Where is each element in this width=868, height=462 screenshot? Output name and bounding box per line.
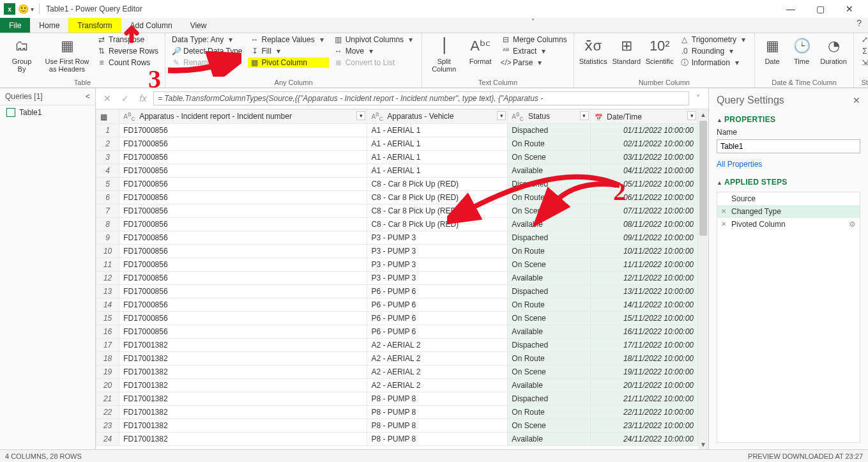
row-number[interactable]: 3 — [96, 151, 119, 164]
cell[interactable]: On Route — [508, 245, 590, 258]
cell[interactable]: On Route — [508, 191, 590, 204]
cell[interactable]: On Scene — [508, 151, 590, 164]
cell[interactable]: 10/11/2022 10:00:00 — [590, 245, 697, 258]
table-row[interactable]: 16FD17000856P6 - PUMP 6Available16/11/20… — [96, 325, 698, 339]
table-row[interactable]: 1FD17000856A1 - AERIAL 1Dispached01/11/2… — [96, 124, 698, 137]
table-row[interactable]: 4FD17000856A1 - AERIAL 1Available04/11/2… — [96, 164, 698, 178]
row-number[interactable]: 14 — [96, 298, 119, 312]
table-row[interactable]: 11FD17000856P3 - PUMP 3On Scene11/11/202… — [96, 258, 698, 272]
row-number[interactable]: 23 — [96, 419, 119, 433]
cell[interactable]: FD17000856 — [119, 124, 367, 137]
row-number[interactable]: 24 — [96, 433, 119, 446]
scroll-thumb[interactable] — [699, 121, 707, 236]
row-number[interactable]: 8 — [96, 218, 119, 231]
trigonometry-button[interactable]: △Trigonometry ▾ — [678, 35, 750, 45]
rounding-button[interactable]: .0Rounding ▾ — [678, 46, 750, 56]
row-number[interactable]: 22 — [96, 406, 119, 419]
cell[interactable]: FD17000856 — [119, 151, 367, 164]
cell[interactable]: 15/11/2022 10:00:00 — [590, 312, 697, 325]
cell[interactable]: Available — [508, 164, 590, 178]
cell[interactable]: P8 - PUMP 8 — [367, 392, 508, 406]
column-header[interactable]: 📅 Date/Time▾ — [590, 110, 697, 124]
cell[interactable]: 23/11/2022 10:00:00 — [590, 419, 697, 433]
table-row[interactable]: 23FD17001382P8 - PUMP 8On Scene23/11/202… — [96, 419, 698, 433]
parse-button[interactable]: </>Parse ▾ — [499, 58, 570, 68]
cell[interactable]: FD17000856 — [119, 137, 367, 151]
cell[interactable]: FD17001382 — [119, 352, 367, 366]
tab-view[interactable]: View — [181, 18, 216, 33]
cell[interactable]: FD17000856 — [119, 272, 367, 285]
unpivot-button[interactable]: ▥Unpivot Columns ▾ — [331, 35, 418, 45]
cell[interactable]: P8 - PUMP 8 — [367, 419, 508, 433]
cell[interactable]: P6 - PUMP 6 — [367, 312, 508, 325]
format-button[interactable]: AᵇᶜFormat — [464, 35, 496, 65]
row-number[interactable]: 16 — [96, 325, 119, 339]
cell[interactable]: FD17000856 — [119, 204, 367, 218]
cell[interactable]: 21/11/2022 10:00:00 — [590, 392, 697, 406]
row-number[interactable]: 6 — [96, 191, 119, 204]
table-row[interactable]: 3FD17000856A1 - AERIAL 1On Scene03/11/20… — [96, 151, 698, 164]
expand-formula-button[interactable]: ˅ — [692, 94, 704, 103]
cell[interactable]: On Route — [508, 298, 590, 312]
cell[interactable]: FD17001382 — [119, 379, 367, 392]
table-row[interactable]: 14FD17000856P6 - PUMP 6On Route14/11/202… — [96, 298, 698, 312]
cell[interactable]: 03/11/2022 10:00:00 — [590, 151, 697, 164]
reverse-rows-button[interactable]: ⇅Reverse Rows — [95, 46, 161, 56]
replace-values-button[interactable]: ↔Replace Values ▾ — [248, 35, 329, 45]
table-row[interactable]: 8FD17000856C8 - Car 8 Pick Up (RED)Avail… — [96, 218, 698, 231]
applied-steps-header[interactable]: APPLIED STEPS — [717, 178, 860, 187]
cell[interactable]: FD17001382 — [119, 366, 367, 379]
cell[interactable]: A1 - AERIAL 1 — [367, 164, 508, 178]
cell[interactable]: Available — [508, 325, 590, 339]
applied-step[interactable]: Changed Type✕ — [717, 205, 860, 218]
cell[interactable]: On Route — [508, 137, 590, 151]
cell[interactable]: 19/11/2022 10:00:00 — [590, 366, 697, 379]
table-row[interactable]: 21FD17001382P8 - PUMP 8Dispached21/11/20… — [96, 392, 698, 406]
ribbon-collapse[interactable]: ˅ — [525, 18, 541, 33]
table-row[interactable]: 15FD17000856P6 - PUMP 6On Scene15/11/202… — [96, 312, 698, 325]
move-button[interactable]: ↔Move ▾ — [331, 46, 418, 56]
use-first-row-button[interactable]: ▦ Use First Row as Headers — [42, 35, 92, 73]
close-settings-button[interactable]: ✕ — [853, 95, 860, 105]
row-number[interactable]: 13 — [96, 285, 119, 298]
statistics-button[interactable]: x̄σStatistics — [578, 35, 609, 65]
row-number[interactable]: 15 — [96, 312, 119, 325]
help-button[interactable]: ? — [850, 18, 868, 33]
row-number[interactable]: 2 — [96, 137, 119, 151]
table-row[interactable]: 17FD17001382A2 - AERIAL 2Dispached17/11/… — [96, 339, 698, 352]
cell[interactable]: 18/11/2022 10:00:00 — [590, 352, 697, 366]
cell[interactable]: FD17000856 — [119, 285, 367, 298]
table-row[interactable]: 7FD17000856C8 - Car 8 Pick Up (RED)On Sc… — [96, 204, 698, 218]
extract-values-button[interactable]: ⇲Extract Values — [858, 58, 868, 68]
formula-input[interactable]: = Table.TransformColumnTypes(Source,{{"A… — [153, 91, 689, 105]
table-row[interactable]: 24FD17001382P8 - PUMP 8Available24/11/20… — [96, 433, 698, 446]
cell[interactable]: A1 - AERIAL 1 — [367, 137, 508, 151]
column-header[interactable]: ABC Status▾ — [508, 110, 590, 124]
extract-button[interactable]: ᴬᴮExtract ▾ — [499, 46, 570, 56]
expand-button[interactable]: ⤢Expand — [858, 35, 868, 45]
row-number[interactable]: 1 — [96, 124, 119, 137]
cell[interactable]: Available — [508, 433, 590, 446]
cell[interactable]: A1 - AERIAL 1 — [367, 124, 508, 137]
vertical-scrollbar[interactable]: ▲ ▼ — [698, 109, 708, 449]
row-number[interactable]: 5 — [96, 178, 119, 191]
cell[interactable]: FD17000856 — [119, 325, 367, 339]
applied-step[interactable]: Pivoted Column✕⚙ — [717, 218, 860, 231]
cell[interactable]: On Scene — [508, 419, 590, 433]
column-header[interactable]: ABC Apparatus - Incident report - Incide… — [119, 110, 367, 124]
cell[interactable]: On Scene — [508, 312, 590, 325]
close-button[interactable]: ✕ — [835, 0, 864, 18]
transpose-button[interactable]: ⇄Transpose — [95, 35, 161, 45]
count-rows-button[interactable]: ≡Count Rows — [95, 58, 161, 68]
cell[interactable]: Available — [508, 379, 590, 392]
cell[interactable]: 24/11/2022 10:00:00 — [590, 433, 697, 446]
cell[interactable]: FD17000856 — [119, 245, 367, 258]
cell[interactable]: A1 - AERIAL 1 — [367, 151, 508, 164]
cell[interactable]: FD17000856 — [119, 231, 367, 245]
aggregate-button[interactable]: ΣAggregate — [858, 46, 868, 56]
cell[interactable]: FD17001382 — [119, 406, 367, 419]
cell[interactable]: P8 - PUMP 8 — [367, 433, 508, 446]
cell[interactable]: 13/11/2022 10:00:00 — [590, 285, 697, 298]
tab-add-column[interactable]: Add Column — [121, 18, 181, 33]
cell[interactable]: 08/11/2022 10:00:00 — [590, 218, 697, 231]
